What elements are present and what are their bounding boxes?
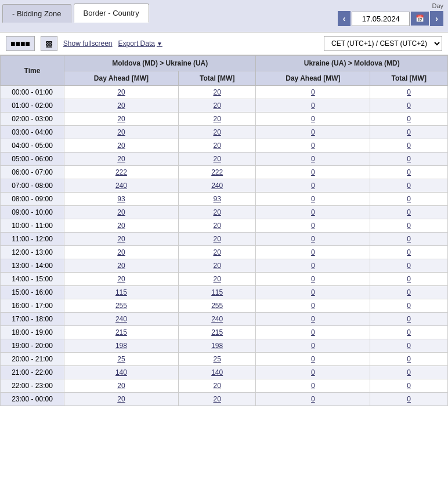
ua-md-total-cell[interactable]: 0	[370, 299, 448, 313]
ua-md-day-ahead-cell[interactable]: 0	[256, 99, 370, 113]
ua-md-day-ahead-cell[interactable]: 0	[256, 233, 370, 246]
grid-view-button[interactable]: ■■■■	[6, 36, 35, 51]
ua-md-total-cell[interactable]: 0	[370, 233, 448, 246]
ua-md-total-cell[interactable]: 0	[370, 193, 448, 206]
ua-md-total-cell[interactable]: 0	[370, 99, 448, 113]
md-ua-day-ahead-cell[interactable]: 222	[64, 166, 179, 179]
ua-md-day-ahead-cell[interactable]: 0	[256, 166, 370, 179]
md-ua-day-ahead-cell[interactable]: 115	[64, 286, 179, 299]
ua-md-total-cell[interactable]: 0	[370, 393, 448, 406]
ua-md-day-ahead-cell[interactable]: 0	[256, 273, 370, 286]
ua-md-day-ahead-cell[interactable]: 0	[256, 366, 370, 379]
md-ua-total-cell[interactable]: 240	[178, 313, 256, 326]
ua-md-total-cell[interactable]: 0	[370, 326, 448, 339]
md-ua-day-ahead-cell[interactable]: 20	[64, 233, 179, 246]
md-ua-total-cell[interactable]: 20	[178, 379, 256, 393]
md-ua-total-cell[interactable]: 198	[178, 339, 256, 353]
md-ua-day-ahead-cell[interactable]: 20	[64, 259, 179, 273]
ua-md-total-cell[interactable]: 0	[370, 259, 448, 273]
tab-border-country[interactable]: Border - Country	[74, 3, 149, 23]
md-ua-day-ahead-cell[interactable]: 240	[64, 313, 179, 326]
show-fullscreen-link[interactable]: Show fullscreen	[63, 39, 113, 48]
md-ua-day-ahead-cell[interactable]: 20	[64, 393, 179, 406]
ua-md-total-cell[interactable]: 0	[370, 86, 448, 99]
ua-md-total-cell[interactable]: 0	[370, 246, 448, 259]
md-ua-day-ahead-cell[interactable]: 93	[64, 193, 179, 206]
ua-md-total-cell[interactable]: 0	[370, 366, 448, 379]
md-ua-total-cell[interactable]: 215	[178, 326, 256, 339]
chart-view-button[interactable]: ▩	[41, 36, 57, 51]
md-ua-day-ahead-cell[interactable]: 20	[64, 219, 179, 233]
ua-md-day-ahead-cell[interactable]: 0	[256, 113, 370, 126]
md-ua-day-ahead-cell[interactable]: 215	[64, 326, 179, 339]
calendar-button[interactable]: 📅	[411, 12, 429, 26]
md-ua-day-ahead-cell[interactable]: 198	[64, 339, 179, 353]
md-ua-total-cell[interactable]: 20	[178, 219, 256, 233]
ua-md-day-ahead-cell[interactable]: 0	[256, 379, 370, 393]
md-ua-total-cell[interactable]: 222	[178, 166, 256, 179]
ua-md-total-cell[interactable]: 0	[370, 313, 448, 326]
md-ua-total-cell[interactable]: 20	[178, 99, 256, 113]
ua-md-total-cell[interactable]: 0	[370, 139, 448, 153]
ua-md-total-cell[interactable]: 0	[370, 286, 448, 299]
md-ua-day-ahead-cell[interactable]: 20	[64, 113, 179, 126]
md-ua-total-cell[interactable]: 20	[178, 86, 256, 99]
ua-md-day-ahead-cell[interactable]: 0	[256, 86, 370, 99]
ua-md-day-ahead-cell[interactable]: 0	[256, 139, 370, 153]
md-ua-day-ahead-cell[interactable]: 240	[64, 179, 179, 193]
ua-md-total-cell[interactable]: 0	[370, 126, 448, 139]
md-ua-total-cell[interactable]: 20	[178, 233, 256, 246]
md-ua-day-ahead-cell[interactable]: 25	[64, 353, 179, 366]
md-ua-day-ahead-cell[interactable]: 20	[64, 139, 179, 153]
md-ua-total-cell[interactable]: 20	[178, 113, 256, 126]
md-ua-total-cell[interactable]: 20	[178, 126, 256, 139]
ua-md-total-cell[interactable]: 0	[370, 353, 448, 366]
ua-md-day-ahead-cell[interactable]: 0	[256, 219, 370, 233]
md-ua-total-cell[interactable]: 20	[178, 259, 256, 273]
md-ua-day-ahead-cell[interactable]: 20	[64, 246, 179, 259]
ua-md-total-cell[interactable]: 0	[370, 179, 448, 193]
md-ua-total-cell[interactable]: 93	[178, 193, 256, 206]
tab-bidding-zone[interactable]: - Bidding Zone	[2, 4, 71, 23]
prev-day-button[interactable]: ‹	[338, 11, 351, 26]
timezone-select[interactable]: CET (UTC+1) / CEST (UTC+2)	[324, 36, 442, 51]
md-ua-total-cell[interactable]: 20	[178, 246, 256, 259]
ua-md-total-cell[interactable]: 0	[370, 273, 448, 286]
md-ua-total-cell[interactable]: 20	[178, 206, 256, 219]
md-ua-total-cell[interactable]: 20	[178, 393, 256, 406]
md-ua-total-cell[interactable]: 255	[178, 299, 256, 313]
ua-md-total-cell[interactable]: 0	[370, 219, 448, 233]
ua-md-total-cell[interactable]: 0	[370, 113, 448, 126]
ua-md-day-ahead-cell[interactable]: 0	[256, 206, 370, 219]
md-ua-total-cell[interactable]: 20	[178, 153, 256, 166]
md-ua-day-ahead-cell[interactable]: 140	[64, 366, 179, 379]
ua-md-total-cell[interactable]: 0	[370, 153, 448, 166]
ua-md-day-ahead-cell[interactable]: 0	[256, 286, 370, 299]
ua-md-day-ahead-cell[interactable]: 0	[256, 259, 370, 273]
md-ua-day-ahead-cell[interactable]: 255	[64, 299, 179, 313]
md-ua-day-ahead-cell[interactable]: 20	[64, 99, 179, 113]
md-ua-total-cell[interactable]: 25	[178, 353, 256, 366]
ua-md-day-ahead-cell[interactable]: 0	[256, 313, 370, 326]
ua-md-day-ahead-cell[interactable]: 0	[256, 393, 370, 406]
md-ua-total-cell[interactable]: 140	[178, 366, 256, 379]
ua-md-day-ahead-cell[interactable]: 0	[256, 179, 370, 193]
ua-md-total-cell[interactable]: 0	[370, 206, 448, 219]
md-ua-total-cell[interactable]: 115	[178, 286, 256, 299]
md-ua-total-cell[interactable]: 240	[178, 179, 256, 193]
ua-md-day-ahead-cell[interactable]: 0	[256, 126, 370, 139]
md-ua-total-cell[interactable]: 20	[178, 139, 256, 153]
ua-md-total-cell[interactable]: 0	[370, 379, 448, 393]
ua-md-day-ahead-cell[interactable]: 0	[256, 153, 370, 166]
md-ua-day-ahead-cell[interactable]: 20	[64, 86, 179, 99]
ua-md-day-ahead-cell[interactable]: 0	[256, 193, 370, 206]
ua-md-day-ahead-cell[interactable]: 0	[256, 246, 370, 259]
md-ua-day-ahead-cell[interactable]: 20	[64, 126, 179, 139]
md-ua-day-ahead-cell[interactable]: 20	[64, 273, 179, 286]
ua-md-total-cell[interactable]: 0	[370, 166, 448, 179]
md-ua-total-cell[interactable]: 20	[178, 273, 256, 286]
day-input[interactable]	[352, 12, 410, 26]
ua-md-day-ahead-cell[interactable]: 0	[256, 353, 370, 366]
md-ua-day-ahead-cell[interactable]: 20	[64, 153, 179, 166]
export-data-button[interactable]: Export Data ▼	[118, 39, 162, 48]
